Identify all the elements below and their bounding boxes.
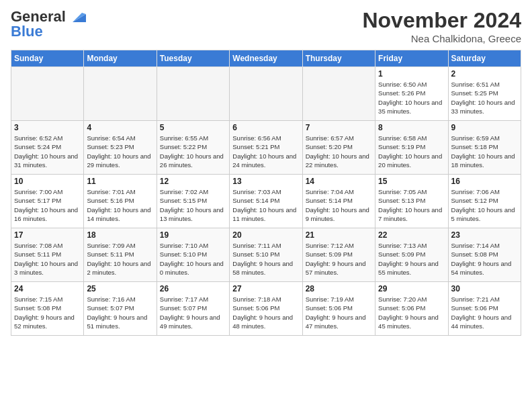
day-number: 22 [378, 230, 445, 240]
day-info: Sunrise: 7:19 AM Sunset: 5:06 PM Dayligh… [306, 295, 372, 330]
calendar-cell: 11Sunrise: 7:01 AM Sunset: 5:16 PM Dayli… [84, 175, 157, 228]
day-number: 28 [306, 284, 372, 293]
day-info: Sunrise: 7:08 AM Sunset: 5:11 PM Dayligh… [14, 241, 81, 277]
calendar-table: Sunday Monday Tuesday Wednesday Thursday… [11, 50, 521, 336]
day-number: 23 [451, 230, 518, 240]
day-info: Sunrise: 7:16 AM Sunset: 5:07 PM Dayligh… [87, 295, 153, 330]
day-number: 20 [232, 230, 299, 240]
day-number: 30 [451, 284, 518, 293]
logo-icon [67, 10, 86, 24]
day-number: 10 [14, 177, 81, 186]
day-info: Sunrise: 7:04 AM Sunset: 5:14 PM Dayligh… [306, 187, 372, 223]
calendar-cell: 28Sunrise: 7:19 AM Sunset: 5:06 PM Dayli… [302, 282, 375, 336]
day-number: 8 [378, 123, 445, 132]
day-info: Sunrise: 6:52 AM Sunset: 5:24 PM Dayligh… [14, 134, 81, 169]
calendar-cell [230, 67, 302, 121]
logo: General Blue [11, 8, 86, 40]
day-number: 19 [160, 230, 226, 240]
calendar-cell: 21Sunrise: 7:12 AM Sunset: 5:09 PM Dayli… [302, 228, 375, 282]
day-number: 25 [87, 284, 153, 293]
header-row: Sunday Monday Tuesday Wednesday Thursday… [11, 50, 521, 67]
day-number: 7 [306, 123, 372, 132]
day-info: Sunrise: 7:14 AM Sunset: 5:08 PM Dayligh… [451, 241, 518, 277]
calendar-cell: 7Sunrise: 6:57 AM Sunset: 5:20 PM Daylig… [302, 121, 375, 175]
day-info: Sunrise: 7:00 AM Sunset: 5:17 PM Dayligh… [14, 187, 81, 223]
day-info: Sunrise: 7:15 AM Sunset: 5:08 PM Dayligh… [14, 295, 81, 330]
calendar-cell [84, 67, 157, 121]
calendar-cell: 13Sunrise: 7:03 AM Sunset: 5:14 PM Dayli… [230, 175, 302, 228]
day-info: Sunrise: 7:13 AM Sunset: 5:09 PM Dayligh… [378, 241, 445, 277]
calendar-cell: 23Sunrise: 7:14 AM Sunset: 5:08 PM Dayli… [448, 228, 521, 282]
day-info: Sunrise: 6:50 AM Sunset: 5:26 PM Dayligh… [378, 80, 445, 116]
month-title: November 2024 [362, 8, 521, 33]
calendar-cell: 18Sunrise: 7:09 AM Sunset: 5:11 PM Dayli… [84, 228, 157, 282]
calendar-cell: 8Sunrise: 6:58 AM Sunset: 5:19 PM Daylig… [375, 121, 448, 175]
col-wednesday: Wednesday [230, 50, 302, 67]
day-info: Sunrise: 7:11 AM Sunset: 5:10 PM Dayligh… [232, 241, 299, 277]
calendar-week-4: 17Sunrise: 7:08 AM Sunset: 5:11 PM Dayli… [11, 228, 521, 282]
day-info: Sunrise: 7:05 AM Sunset: 5:13 PM Dayligh… [378, 187, 445, 223]
day-number: 6 [232, 123, 299, 132]
calendar-cell: 16Sunrise: 7:06 AM Sunset: 5:12 PM Dayli… [448, 175, 521, 228]
day-number: 12 [160, 177, 226, 186]
calendar-cell: 26Sunrise: 7:17 AM Sunset: 5:07 PM Dayli… [157, 282, 229, 336]
calendar-cell: 29Sunrise: 7:20 AM Sunset: 5:06 PM Dayli… [375, 282, 448, 336]
calendar-week-2: 3Sunrise: 6:52 AM Sunset: 5:24 PM Daylig… [11, 121, 521, 175]
title-area: November 2024 Nea Chalkidona, Greece [362, 8, 521, 44]
calendar-cell: 12Sunrise: 7:02 AM Sunset: 5:15 PM Dayli… [157, 175, 229, 228]
day-info: Sunrise: 7:03 AM Sunset: 5:14 PM Dayligh… [232, 187, 299, 223]
day-info: Sunrise: 6:54 AM Sunset: 5:23 PM Dayligh… [87, 134, 153, 169]
day-info: Sunrise: 7:20 AM Sunset: 5:06 PM Dayligh… [378, 295, 445, 330]
calendar-week-5: 24Sunrise: 7:15 AM Sunset: 5:08 PM Dayli… [11, 282, 521, 336]
day-info: Sunrise: 7:01 AM Sunset: 5:16 PM Dayligh… [87, 187, 153, 223]
calendar-cell: 24Sunrise: 7:15 AM Sunset: 5:08 PM Dayli… [11, 282, 84, 336]
col-thursday: Thursday [302, 50, 375, 67]
day-number: 11 [87, 177, 153, 186]
col-monday: Monday [84, 50, 157, 67]
day-info: Sunrise: 6:51 AM Sunset: 5:25 PM Dayligh… [451, 80, 518, 116]
calendar-cell: 10Sunrise: 7:00 AM Sunset: 5:17 PM Dayli… [11, 175, 84, 228]
day-info: Sunrise: 6:55 AM Sunset: 5:22 PM Dayligh… [160, 134, 226, 169]
header: General Blue November 2024 Nea Chalkidon… [11, 8, 521, 44]
day-info: Sunrise: 7:09 AM Sunset: 5:11 PM Dayligh… [87, 241, 153, 277]
col-sunday: Sunday [11, 50, 84, 67]
calendar-cell: 5Sunrise: 6:55 AM Sunset: 5:22 PM Daylig… [157, 121, 229, 175]
calendar-week-3: 10Sunrise: 7:00 AM Sunset: 5:17 PM Dayli… [11, 175, 521, 228]
logo-blue: Blue [11, 23, 43, 40]
day-number: 9 [451, 123, 518, 132]
calendar-cell: 3Sunrise: 6:52 AM Sunset: 5:24 PM Daylig… [11, 121, 84, 175]
day-number: 3 [14, 123, 81, 132]
calendar-cell: 1Sunrise: 6:50 AM Sunset: 5:26 PM Daylig… [375, 67, 448, 121]
day-number: 26 [160, 284, 226, 293]
calendar-cell: 25Sunrise: 7:16 AM Sunset: 5:07 PM Dayli… [84, 282, 157, 336]
calendar-cell: 9Sunrise: 6:59 AM Sunset: 5:18 PM Daylig… [448, 121, 521, 175]
day-info: Sunrise: 6:59 AM Sunset: 5:18 PM Dayligh… [451, 134, 518, 169]
day-info: Sunrise: 7:12 AM Sunset: 5:09 PM Dayligh… [306, 241, 372, 277]
day-number: 5 [160, 123, 226, 132]
calendar-cell [302, 67, 375, 121]
day-info: Sunrise: 7:06 AM Sunset: 5:12 PM Dayligh… [451, 187, 518, 223]
day-number: 21 [306, 230, 372, 240]
calendar-cell: 15Sunrise: 7:05 AM Sunset: 5:13 PM Dayli… [375, 175, 448, 228]
day-number: 14 [306, 177, 372, 186]
day-number: 17 [14, 230, 81, 240]
col-saturday: Saturday [448, 50, 521, 67]
day-number: 27 [232, 284, 299, 293]
calendar-cell [157, 67, 229, 121]
day-number: 24 [14, 284, 81, 293]
calendar-cell [11, 67, 84, 121]
day-info: Sunrise: 7:17 AM Sunset: 5:07 PM Dayligh… [160, 295, 226, 330]
location: Nea Chalkidona, Greece [362, 33, 521, 44]
day-number: 29 [378, 284, 445, 293]
day-number: 15 [378, 177, 445, 186]
day-number: 2 [451, 69, 518, 79]
calendar-cell: 2Sunrise: 6:51 AM Sunset: 5:25 PM Daylig… [448, 67, 521, 121]
calendar-cell: 20Sunrise: 7:11 AM Sunset: 5:10 PM Dayli… [230, 228, 302, 282]
day-info: Sunrise: 6:56 AM Sunset: 5:21 PM Dayligh… [232, 134, 299, 169]
day-number: 13 [232, 177, 299, 186]
calendar-cell: 22Sunrise: 7:13 AM Sunset: 5:09 PM Dayli… [375, 228, 448, 282]
calendar-cell: 4Sunrise: 6:54 AM Sunset: 5:23 PM Daylig… [84, 121, 157, 175]
day-info: Sunrise: 7:18 AM Sunset: 5:06 PM Dayligh… [232, 295, 299, 330]
page: General Blue November 2024 Nea Chalkidon… [0, 0, 532, 344]
day-info: Sunrise: 7:21 AM Sunset: 5:06 PM Dayligh… [451, 295, 518, 330]
